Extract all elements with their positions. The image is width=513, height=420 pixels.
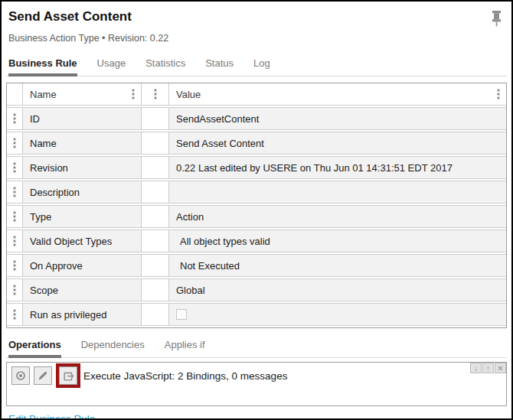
- move-down-button[interactable]: ↓: [470, 363, 482, 373]
- row-grip-icon: [14, 285, 15, 295]
- edit-pencil-icon: [37, 370, 49, 382]
- column-spacer: [141, 157, 168, 178]
- operation-row: Execute JavaScript: 2 Bindings, 0 messag…: [11, 366, 502, 385]
- table-row: IDSendAssetContent: [7, 107, 506, 130]
- row-drag-handle[interactable]: [7, 108, 22, 129]
- value-column-header: Value: [168, 83, 506, 105]
- tab-applies-if[interactable]: Applies if: [165, 337, 205, 357]
- tab-log[interactable]: Log: [253, 55, 270, 76]
- operations-panel: Execute JavaScript: 2 Bindings, 0 messag…: [6, 362, 507, 406]
- operation-description: Execute JavaScript: 2 Bindings, 0 messag…: [83, 370, 287, 382]
- header-handle-cell: [7, 83, 22, 105]
- close-icon: ✕: [497, 364, 503, 373]
- name-column-menu-icon[interactable]: [132, 90, 134, 99]
- name-column-header: Name: [22, 83, 141, 105]
- tab-dependencies[interactable]: Dependencies: [81, 337, 145, 357]
- tab-statistics[interactable]: Statistics: [145, 55, 185, 76]
- operation-controls: ↓ ↑ ✕: [469, 363, 506, 373]
- property-name: Valid Object Types: [22, 230, 141, 252]
- row-grip-icon: [14, 236, 15, 246]
- spacer-column-header: [141, 83, 168, 105]
- property-name: Revision: [22, 157, 141, 178]
- business-action-type-window: Send Asset Content Business Action Type …: [0, 0, 513, 420]
- remove-button[interactable]: ✕: [495, 363, 506, 373]
- property-name: Type: [22, 206, 141, 227]
- edit-business-rule-link[interactable]: Edit Business Rule: [8, 413, 95, 420]
- row-drag-handle[interactable]: [7, 181, 22, 203]
- property-name: Description: [22, 181, 141, 203]
- pin-icon: [491, 10, 502, 28]
- row-drag-handle[interactable]: [7, 132, 22, 154]
- property-value: 0.22 Last edited by USERE on Thu Jun 01 …: [168, 157, 506, 178]
- column-spacer: [141, 230, 168, 252]
- pin-button[interactable]: [491, 10, 502, 31]
- edit-operation-button[interactable]: [34, 366, 52, 385]
- export-icon: [62, 370, 75, 383]
- tab-status[interactable]: Status: [205, 55, 234, 76]
- top-tab-strip: Business RuleUsageStatisticsStatusLog: [6, 55, 507, 77]
- run-as-privileged-checkbox[interactable]: [176, 309, 187, 320]
- property-name: On Approve: [22, 255, 141, 276]
- row-drag-handle[interactable]: [7, 255, 22, 276]
- table-row: Revision0.22 Last edited by USERE on Thu…: [7, 156, 506, 179]
- property-value: Global: [168, 279, 506, 301]
- spacer-column-menu-icon[interactable]: [155, 90, 156, 99]
- property-value: All object types valid: [168, 230, 506, 252]
- page-title: Send Asset Content: [8, 8, 132, 24]
- column-spacer: [141, 279, 168, 301]
- row-drag-handle[interactable]: [7, 304, 22, 325]
- arrow-up-icon: ↑: [486, 364, 490, 373]
- property-name: Run as privileged: [22, 304, 141, 325]
- page-subtitle: Business Action Type • Revision: 0.22: [6, 33, 507, 44]
- column-spacer: [141, 108, 168, 129]
- column-spacer: [141, 181, 168, 203]
- property-value: [168, 181, 506, 203]
- row-grip-icon: [14, 138, 15, 148]
- column-spacer: [141, 132, 168, 154]
- row-drag-handle[interactable]: [7, 230, 22, 252]
- row-grip-icon: [14, 163, 15, 172]
- row-grip-icon: [14, 310, 15, 319]
- property-value: Not Executed: [168, 255, 506, 276]
- preview-icon: [15, 370, 27, 382]
- property-value: SendAssetContent: [168, 108, 506, 129]
- property-value[interactable]: [168, 304, 506, 325]
- property-name: ID: [22, 108, 141, 129]
- preview-operation-button[interactable]: [11, 366, 30, 385]
- property-name: Name: [22, 132, 141, 154]
- properties-table-header: Name Value: [7, 83, 506, 106]
- arrow-down-icon: ↓: [474, 364, 478, 373]
- export-operation-button[interactable]: [59, 366, 77, 385]
- table-row: Description: [7, 181, 506, 203]
- row-drag-handle[interactable]: [7, 279, 22, 301]
- properties-table: Name Value IDSendAssetContentNameSend As…: [6, 83, 507, 328]
- name-column-label: Name: [30, 89, 57, 100]
- property-name: Scope: [22, 279, 141, 301]
- table-row: TypeAction: [7, 205, 506, 228]
- row-drag-handle[interactable]: [7, 157, 22, 178]
- header: Send Asset Content: [6, 8, 507, 31]
- properties-table-body: IDSendAssetContentNameSend Asset Content…: [7, 107, 506, 326]
- table-row: On ApproveNot Executed: [7, 254, 506, 277]
- column-spacer: [141, 206, 168, 227]
- column-spacer: [141, 304, 168, 325]
- table-row: ScopeGlobal: [7, 278, 506, 301]
- tab-usage[interactable]: Usage: [97, 55, 126, 76]
- property-value: Action: [168, 206, 506, 227]
- table-row: Valid Object TypesAll object types valid: [7, 230, 506, 252]
- bottom-tab-strip: OperationsDependenciesApplies if: [6, 337, 507, 358]
- row-grip-icon: [14, 212, 15, 221]
- tab-operations[interactable]: Operations: [8, 337, 61, 357]
- move-up-button[interactable]: ↑: [482, 363, 494, 373]
- row-grip-icon: [14, 261, 15, 270]
- row-drag-handle[interactable]: [7, 206, 22, 227]
- property-value: Send Asset Content: [168, 132, 506, 154]
- row-grip-icon: [14, 114, 15, 123]
- column-spacer: [141, 255, 168, 276]
- row-grip-icon: [14, 187, 15, 197]
- tab-business-rule[interactable]: Business Rule: [8, 55, 77, 76]
- value-column-menu-icon[interactable]: [498, 90, 499, 99]
- table-row: Run as privileged: [7, 303, 506, 326]
- table-row: NameSend Asset Content: [7, 132, 506, 155]
- value-column-label: Value: [176, 89, 201, 100]
